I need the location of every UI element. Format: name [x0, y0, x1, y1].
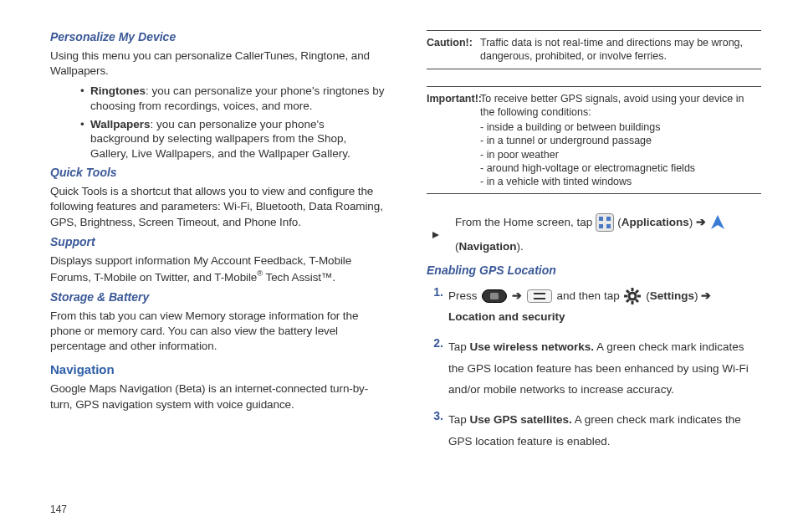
important-item-1: - in a tunnel or underground passage	[480, 134, 761, 147]
heading-enabling-gps: Enabling GPS Location	[427, 263, 761, 277]
rule-caution-bottom	[427, 69, 761, 69]
text-support-b: Tech Assist™.	[263, 271, 335, 284]
svg-rect-2	[599, 217, 603, 221]
heading-quick-tools: Quick Tools	[50, 166, 385, 179]
svg-rect-3	[606, 217, 611, 221]
bullet-ringtones-label: Ringtones	[90, 84, 146, 97]
arrow-icon-3: ➔	[701, 289, 711, 302]
svg-rect-1	[596, 214, 614, 232]
rule-important-top	[427, 86, 761, 87]
step1-b: and then tap	[557, 289, 620, 302]
important-item-0: - inside a building or between buildings	[480, 120, 761, 134]
svg-rect-8	[490, 293, 499, 299]
svg-marker-0	[432, 232, 439, 238]
applications-icon	[596, 213, 614, 232]
home-tap-row: From the Home screen, tap (Applications)…	[427, 212, 761, 257]
heading-storage-battery: Storage & Battery	[50, 290, 385, 304]
bullet-wallpapers-label: Wallpapers	[90, 118, 151, 130]
rule-caution-top	[427, 30, 761, 31]
step1-a: Press	[448, 289, 478, 302]
step-3-num: 3.	[430, 409, 448, 452]
step2-a: Tap	[448, 340, 470, 353]
note-important: Important!: To receive better GPS signal…	[427, 92, 761, 189]
text-support: Displays support information My Account …	[50, 253, 385, 285]
step-3: 3. Tap Use GPS satellites. A green check…	[430, 409, 761, 452]
step-2-num: 2.	[430, 336, 448, 401]
applications-label: (Applications)	[617, 212, 693, 233]
important-item-4: - in a vehicle with tinted windows	[480, 175, 761, 188]
step1-c: Location and security	[448, 310, 565, 323]
bullet-ringtones: Ringtones: you can personalize your phon…	[90, 84, 385, 113]
right-column: Caution!: Traffic data is not real-time …	[427, 25, 761, 494]
svg-line-20	[636, 290, 638, 293]
bullet-list: Ringtones: you can personalize your phon…	[50, 84, 385, 161]
settings-label: (Settings)	[646, 289, 698, 302]
svg-point-12	[629, 293, 636, 299]
important-item-2: - in poor weather	[480, 148, 761, 161]
rule-important-bottom	[427, 193, 761, 194]
text-quick-tools: Quick Tools is a shortcut that allows yo…	[50, 184, 385, 230]
step2-bold: Use wireless networks.	[470, 340, 595, 353]
text-navigation: Google Maps Navigation (Beta) is an inte…	[50, 381, 385, 412]
step-1: 1. Press ➔ and then tap (Settings) ➔	[430, 285, 761, 328]
navigation-label: (Navigation).	[455, 237, 524, 257]
triangle-marker-icon	[427, 231, 452, 239]
step-2: 2. Tap Use wireless networks. A green ch…	[430, 336, 761, 401]
settings-gear-icon	[624, 288, 641, 304]
important-body: To receive better GPS signals, avoid usi…	[480, 92, 761, 189]
navigation-icon	[709, 214, 726, 231]
svg-line-19	[627, 299, 629, 302]
arrow-icon: ➔	[696, 212, 706, 233]
step-1-num: 1.	[430, 285, 448, 328]
text-storage-battery: From this tab you can view Memory storag…	[50, 309, 385, 355]
svg-rect-9	[527, 290, 551, 303]
home-key-icon	[482, 289, 507, 303]
arrow-icon-2: ➔	[512, 289, 522, 302]
menu-key-icon	[527, 289, 552, 303]
svg-line-18	[636, 299, 638, 302]
step3-a: Tap	[448, 413, 470, 426]
svg-line-17	[627, 290, 629, 293]
svg-rect-5	[606, 224, 611, 228]
text-personalize: Using this menu you can personalize Call…	[50, 49, 385, 79]
heading-personalize: Personalize My Device	[50, 30, 385, 43]
important-sublist: - inside a building or between buildings…	[480, 120, 761, 188]
left-column: Personalize My Device Using this menu yo…	[50, 25, 385, 494]
important-item-3: - around high-voltage or electromagnetic…	[480, 161, 761, 175]
heading-support: Support	[50, 235, 385, 248]
step3-bold: Use GPS satellites.	[470, 413, 572, 426]
caution-body: Traffic data is not real-time and direct…	[480, 36, 761, 64]
caution-label: Caution!:	[427, 36, 480, 64]
important-label: Important!:	[427, 92, 480, 189]
bullet-wallpapers: Wallpapers: you can personalize your pho…	[90, 117, 385, 161]
svg-marker-6	[711, 215, 724, 229]
heading-navigation: Navigation	[50, 362, 385, 376]
note-caution: Caution!: Traffic data is not real-time …	[427, 36, 761, 64]
important-intro: To receive better GPS signals, avoid usi…	[480, 93, 744, 118]
home-text-a: From the Home screen, tap	[455, 212, 592, 233]
page-number: 147	[50, 504, 765, 515]
svg-rect-4	[599, 224, 603, 228]
